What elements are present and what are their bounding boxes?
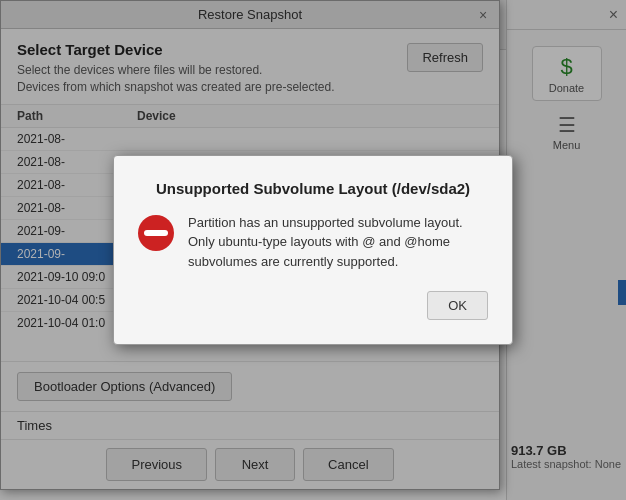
dialog-overlay: Unsupported Subvolume Layout (/dev/sda2)… bbox=[0, 0, 626, 500]
error-dialog-message: Partition has an unsupported subvolume l… bbox=[188, 213, 488, 272]
error-dialog-footer: OK bbox=[138, 291, 488, 320]
svg-rect-1 bbox=[144, 230, 168, 236]
error-dialog-title: Unsupported Subvolume Layout (/dev/sda2) bbox=[138, 180, 488, 197]
error-dialog: Unsupported Subvolume Layout (/dev/sda2)… bbox=[113, 155, 513, 346]
error-dialog-body: Partition has an unsupported subvolume l… bbox=[138, 213, 488, 272]
error-icon bbox=[138, 215, 174, 251]
ok-button[interactable]: OK bbox=[427, 291, 488, 320]
